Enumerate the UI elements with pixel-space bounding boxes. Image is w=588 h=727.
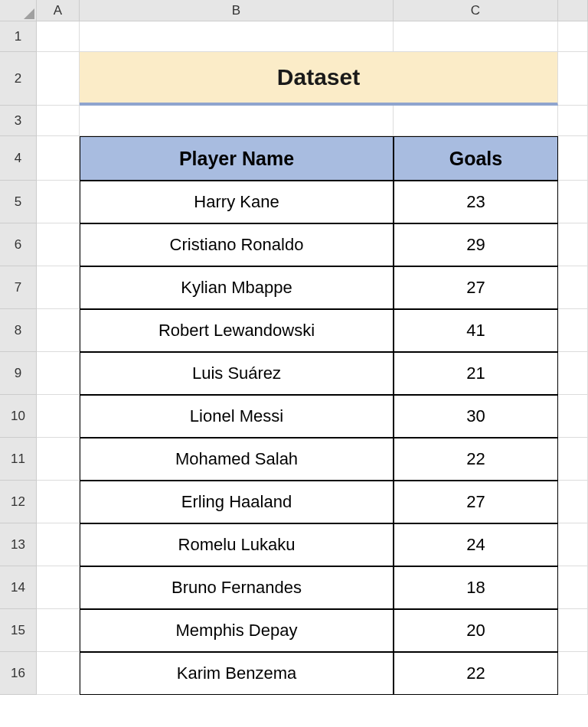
table-row: 13Romelu Lukaku24	[0, 523, 588, 566]
row-header-5[interactable]: 5	[0, 181, 37, 223]
cell-D12[interactable]	[558, 481, 588, 523]
cell-A10[interactable]	[37, 395, 80, 438]
cell-A6[interactable]	[37, 223, 80, 266]
dataset-title-cell[interactable]: Dataset	[80, 52, 558, 106]
cell-D15[interactable]	[558, 609, 588, 652]
row-3: 3	[0, 106, 588, 136]
player-name-cell[interactable]: Harry Kane	[80, 181, 394, 223]
goals-cell[interactable]: 22	[394, 652, 558, 695]
cell-A7[interactable]	[37, 266, 80, 309]
cell-C1[interactable]	[394, 21, 558, 52]
cell-D4[interactable]	[558, 136, 588, 181]
col-header-D[interactable]	[558, 0, 588, 21]
cell-C3[interactable]	[394, 106, 558, 136]
row-4: 4 Player Name Goals	[0, 136, 588, 181]
cell-A11[interactable]	[37, 438, 80, 481]
cell-A15[interactable]	[37, 609, 80, 652]
table-row: 11Mohamed Salah22	[0, 438, 588, 481]
table-row: 9Luis Suárez21	[0, 352, 588, 395]
player-name-cell[interactable]: Kylian Mbappe	[80, 266, 394, 309]
cell-D14[interactable]	[558, 566, 588, 609]
col-header-C[interactable]: C	[394, 0, 558, 21]
cell-D8[interactable]	[558, 309, 588, 352]
select-all-corner[interactable]	[0, 0, 37, 21]
col-header-B[interactable]: B	[80, 0, 394, 21]
goals-cell[interactable]: 20	[394, 609, 558, 652]
goals-cell[interactable]: 27	[394, 481, 558, 523]
cell-B3[interactable]	[80, 106, 394, 136]
row-header-12[interactable]: 12	[0, 481, 37, 523]
column-header-row: A B C	[0, 0, 588, 21]
goals-cell[interactable]: 41	[394, 309, 558, 352]
cell-D3[interactable]	[558, 106, 588, 136]
goals-cell[interactable]: 30	[394, 395, 558, 438]
cell-D9[interactable]	[558, 352, 588, 395]
row-1: 1	[0, 21, 588, 52]
table-row: 6Cristiano Ronaldo29	[0, 223, 588, 266]
row-header-9[interactable]: 9	[0, 352, 37, 395]
cell-D1[interactable]	[558, 21, 588, 52]
cell-D5[interactable]	[558, 181, 588, 223]
row-header-4[interactable]: 4	[0, 136, 37, 181]
goals-cell[interactable]: 23	[394, 181, 558, 223]
row-header-13[interactable]: 13	[0, 523, 37, 566]
table-row: 7Kylian Mbappe27	[0, 266, 588, 309]
table-row: 15Memphis Depay20	[0, 609, 588, 652]
row-header-16[interactable]: 16	[0, 652, 37, 695]
player-name-cell[interactable]: Cristiano Ronaldo	[80, 223, 394, 266]
goals-cell[interactable]: 29	[394, 223, 558, 266]
cell-A8[interactable]	[37, 309, 80, 352]
cell-D11[interactable]	[558, 438, 588, 481]
goals-cell[interactable]: 24	[394, 523, 558, 566]
row-header-2[interactable]: 2	[0, 52, 37, 106]
player-name-cell[interactable]: Memphis Depay	[80, 609, 394, 652]
cell-D7[interactable]	[558, 266, 588, 309]
table-header-goals[interactable]: Goals	[394, 136, 558, 181]
row-header-14[interactable]: 14	[0, 566, 37, 609]
player-name-cell[interactable]: Mohamed Salah	[80, 438, 394, 481]
cell-A5[interactable]	[37, 181, 80, 223]
cell-D16[interactable]	[558, 652, 588, 695]
row-header-7[interactable]: 7	[0, 266, 37, 309]
player-name-cell[interactable]: Erling Haaland	[80, 481, 394, 523]
cell-D6[interactable]	[558, 223, 588, 266]
row-header-1[interactable]: 1	[0, 21, 37, 52]
cell-A13[interactable]	[37, 523, 80, 566]
player-name-cell[interactable]: Karim Benzema	[80, 652, 394, 695]
cell-D10[interactable]	[558, 395, 588, 438]
cell-A12[interactable]	[37, 481, 80, 523]
cell-D2[interactable]	[558, 52, 588, 106]
spreadsheet-container: A B C 1 2 Dataset 3 4 Player Name Goals …	[0, 0, 588, 695]
row-header-10[interactable]: 10	[0, 395, 37, 438]
player-name-cell[interactable]: Bruno Fernandes	[80, 566, 394, 609]
row-header-8[interactable]: 8	[0, 309, 37, 352]
player-name-cell[interactable]: Luis Suárez	[80, 352, 394, 395]
player-name-cell[interactable]: Romelu Lukaku	[80, 523, 394, 566]
goals-cell[interactable]: 27	[394, 266, 558, 309]
row-header-15[interactable]: 15	[0, 609, 37, 652]
row-header-6[interactable]: 6	[0, 223, 37, 266]
row-header-3[interactable]: 3	[0, 106, 37, 136]
player-name-cell[interactable]: Robert Lewandowski	[80, 309, 394, 352]
row-header-11[interactable]: 11	[0, 438, 37, 481]
goals-cell[interactable]: 22	[394, 438, 558, 481]
cell-A2[interactable]	[37, 52, 80, 106]
table-row: 14Bruno Fernandes18	[0, 566, 588, 609]
cell-D13[interactable]	[558, 523, 588, 566]
table-row: 12Erling Haaland27	[0, 481, 588, 523]
table-row: 8Robert Lewandowski41	[0, 309, 588, 352]
col-header-A[interactable]: A	[37, 0, 80, 21]
cell-A14[interactable]	[37, 566, 80, 609]
cell-A3[interactable]	[37, 106, 80, 136]
table-row: 10Lionel Messi30	[0, 395, 588, 438]
player-name-cell[interactable]: Lionel Messi	[80, 395, 394, 438]
table-row: 16Karim Benzema22	[0, 652, 588, 695]
cell-B1[interactable]	[80, 21, 394, 52]
cell-A4[interactable]	[37, 136, 80, 181]
cell-A16[interactable]	[37, 652, 80, 695]
table-header-player[interactable]: Player Name	[80, 136, 394, 181]
cell-A1[interactable]	[37, 21, 80, 52]
goals-cell[interactable]: 18	[394, 566, 558, 609]
goals-cell[interactable]: 21	[394, 352, 558, 395]
cell-A9[interactable]	[37, 352, 80, 395]
